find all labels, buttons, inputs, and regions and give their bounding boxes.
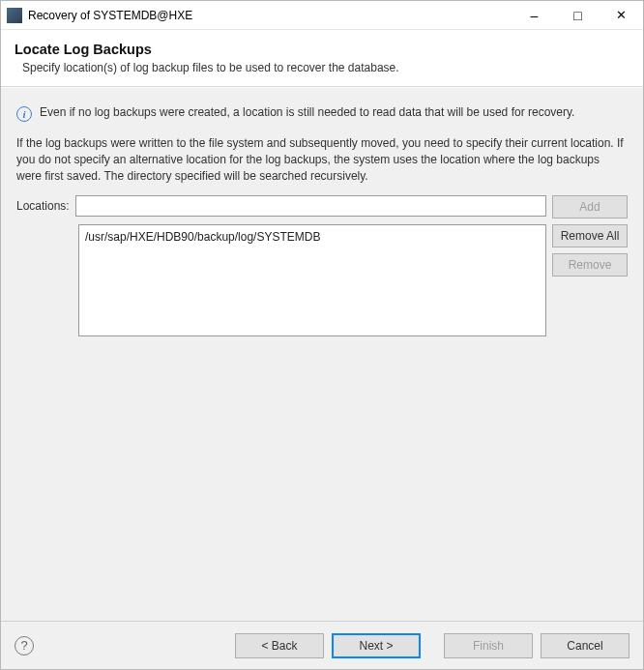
window-title: Recovery of SYSTEMDB@HXE <box>28 9 512 22</box>
info-icon: i <box>16 106 32 122</box>
locations-input-row: Locations: Add <box>16 195 628 218</box>
maximize-button[interactable]: □ <box>556 1 600 29</box>
info-text: Even if no log backups were created, a l… <box>40 105 574 119</box>
app-icon <box>7 8 22 23</box>
window-titlebar: Recovery of SYSTEMDB@HXE – □ ✕ <box>1 1 643 30</box>
next-button[interactable]: Next > <box>332 633 421 658</box>
finish-button[interactable]: Finish <box>444 633 533 658</box>
wizard-footer: ? < Back Next > Finish Cancel <box>1 621 643 669</box>
locations-input[interactable] <box>75 195 546 217</box>
cancel-button[interactable]: Cancel <box>541 633 629 658</box>
locations-list[interactable]: /usr/sap/HXE/HDB90/backup/log/SYSTEMDB <box>78 224 546 336</box>
locations-list-row: /usr/sap/HXE/HDB90/backup/log/SYSTEMDB R… <box>16 224 628 336</box>
back-button[interactable]: < Back <box>235 633 324 658</box>
wizard-content: i Even if no log backups were created, a… <box>1 87 643 621</box>
remove-button[interactable]: Remove <box>552 253 628 277</box>
add-button[interactable]: Add <box>552 195 628 218</box>
help-icon[interactable]: ? <box>15 636 34 655</box>
page-subtitle: Specify location(s) of log backup files … <box>22 61 629 74</box>
locations-label: Locations: <box>16 195 70 213</box>
remove-all-button[interactable]: Remove All <box>552 224 628 248</box>
close-button[interactable]: ✕ <box>600 1 643 29</box>
info-message: i Even if no log backups were created, a… <box>16 105 628 122</box>
description-text: If the log backups were written to the f… <box>16 135 628 184</box>
minimize-button[interactable]: – <box>512 1 556 29</box>
list-item[interactable]: /usr/sap/HXE/HDB90/backup/log/SYSTEMDB <box>85 229 540 246</box>
window-controls: – □ ✕ <box>512 1 643 29</box>
wizard-header: Locate Log Backups Specify location(s) o… <box>1 30 643 87</box>
page-title: Locate Log Backups <box>15 42 629 57</box>
